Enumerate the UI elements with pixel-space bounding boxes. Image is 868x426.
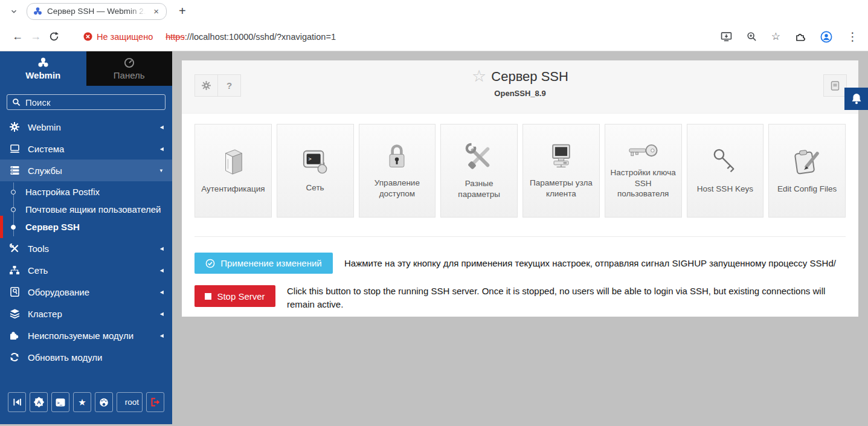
new-tab-button[interactable]: + bbox=[174, 4, 191, 18]
sidebar-search[interactable] bbox=[7, 94, 166, 110]
sidebar-subitem-mailboxes[interactable]: Почтовые ящики пользователей bbox=[0, 201, 172, 218]
profile-icon[interactable] bbox=[820, 31, 832, 43]
tile-user-ssh-key-setup[interactable]: Настройки ключа SSH пользователя bbox=[605, 124, 682, 218]
stop-square-icon bbox=[205, 293, 211, 300]
browser-chrome: Сервер SSH — Webmin 2.5 × + ← → Не защищ… bbox=[0, 0, 868, 51]
tools-icon bbox=[8, 244, 21, 253]
help-icon: ? bbox=[227, 80, 232, 91]
chevron-left-icon: ◀ bbox=[160, 246, 164, 251]
tile-misc-options[interactable]: Разные параметры bbox=[440, 124, 518, 218]
gauge-icon bbox=[124, 57, 135, 68]
tab-search-chevron-icon[interactable] bbox=[6, 4, 22, 19]
sidebar-item-label: Оборудование bbox=[28, 287, 89, 297]
terminal-button[interactable]: >_ bbox=[51, 392, 69, 412]
theme-options-button[interactable]: A bbox=[30, 392, 48, 412]
servers-submenu: Настройка Postfix Почтовые ящики пользов… bbox=[0, 181, 172, 237]
chevron-left-icon: ◀ bbox=[160, 146, 164, 152]
logout-button[interactable] bbox=[146, 392, 164, 412]
sidebar-item-cluster[interactable]: Кластер ◀ bbox=[0, 303, 172, 324]
palette-icon bbox=[99, 398, 109, 407]
sidebar-item-unused-modules[interactable]: Неиспользуемые модули ◀ bbox=[0, 324, 172, 346]
sidebar-item-refresh-modules[interactable]: Обновить модули bbox=[0, 346, 172, 368]
forward-icon: → bbox=[27, 30, 45, 43]
theme-palette-button[interactable] bbox=[95, 392, 113, 412]
wrench-screwdriver-icon bbox=[465, 142, 493, 171]
tile-label: Host SSH Keys bbox=[697, 184, 753, 195]
sidebar-item-servers[interactable]: Службы ▼ bbox=[0, 160, 172, 181]
url-rest: ://localhost:10000/sshd/?xnavigation=1 bbox=[185, 32, 336, 42]
network-icon bbox=[8, 266, 21, 275]
module-docs-button[interactable] bbox=[823, 74, 847, 97]
sidebar-subitem-postfix[interactable]: Настройка Postfix bbox=[0, 183, 172, 201]
tile-networking[interactable]: > Сеть bbox=[277, 124, 354, 218]
search-icon bbox=[12, 98, 21, 106]
tab-title: Сервер SSH — Webmin 2.5 bbox=[47, 7, 146, 16]
tile-host-ssh-keys[interactable]: Host SSH Keys bbox=[687, 124, 764, 218]
user-button[interactable]: root bbox=[117, 392, 143, 412]
gear-icon bbox=[202, 81, 211, 90]
back-icon[interactable]: ← bbox=[8, 30, 27, 43]
panel-header: ? ☆ Сервер SSH OpenSSH_8.9 bbox=[182, 60, 858, 114]
module-panel: ? ☆ Сервер SSH OpenSSH_8.9 bbox=[182, 60, 858, 317]
browser-toolbar: ← → Не защищено https://localhost:10000/… bbox=[0, 22, 868, 51]
page-title: Сервер SSH bbox=[491, 69, 568, 85]
tile-edit-config-files[interactable]: Edit Config Files bbox=[768, 124, 846, 218]
tile-access-control[interactable]: Управление доступом bbox=[359, 124, 436, 218]
sidebar-tab-label: Панель bbox=[114, 70, 145, 80]
close-tab-icon[interactable]: × bbox=[151, 5, 161, 17]
tile-label: Сеть bbox=[306, 182, 324, 193]
clipboard-pencil-icon bbox=[792, 147, 821, 176]
sidebar-tab-webmin[interactable]: Webmin bbox=[0, 51, 86, 86]
bullet-icon bbox=[11, 207, 16, 212]
sidebar-item-label: Сеть bbox=[28, 265, 48, 276]
chevron-down-icon: ▼ bbox=[159, 168, 164, 173]
send-to-device-icon[interactable] bbox=[721, 31, 732, 42]
sidebar-tab-dashboard[interactable]: Панель bbox=[86, 51, 173, 86]
help-button[interactable]: ? bbox=[217, 74, 241, 97]
bookmark-star-icon[interactable]: ☆ bbox=[771, 30, 780, 43]
module-tiles: Аутентификация > Сеть Управление доступо… bbox=[182, 114, 858, 218]
star-icon: ★ bbox=[78, 397, 86, 408]
tile-label: Аутентификация bbox=[201, 184, 265, 195]
sidebar-item-hardware[interactable]: Оборудование ◀ bbox=[0, 281, 172, 303]
extensions-icon[interactable] bbox=[795, 31, 806, 42]
sidebar-item-system[interactable]: Система ◀ bbox=[0, 138, 172, 160]
key-icon bbox=[628, 142, 658, 160]
svg-text:>_: >_ bbox=[57, 400, 63, 405]
sidebar-subitem-ssh-server[interactable]: Сервер SSH bbox=[0, 218, 172, 236]
favorite-star-outline-icon[interactable]: ☆ bbox=[472, 68, 486, 85]
sidebar-item-tools[interactable]: Tools ◀ bbox=[0, 237, 172, 259]
address-bar[interactable]: Не защищено https://localhost:10000/sshd… bbox=[83, 32, 336, 42]
sidebar-item-label: Система bbox=[28, 144, 64, 154]
tile-client-host-options[interactable]: Параметры узла клиента bbox=[522, 124, 600, 218]
url-scheme: https bbox=[166, 32, 184, 42]
bullet-icon bbox=[11, 225, 16, 230]
hdd-icon bbox=[8, 287, 21, 297]
stop-server-button[interactable]: Stop Server bbox=[194, 285, 275, 307]
gear-icon bbox=[8, 122, 21, 132]
module-config-button[interactable] bbox=[194, 74, 218, 97]
sidebar-item-networking[interactable]: Сеть ◀ bbox=[0, 259, 172, 281]
search-input[interactable] bbox=[25, 97, 160, 108]
sidebar-item-label: Обновить модули bbox=[28, 352, 102, 363]
browser-menu-icon[interactable]: ⋮ bbox=[847, 30, 858, 44]
bullet-icon bbox=[11, 190, 16, 195]
favorites-button[interactable]: ★ bbox=[73, 392, 91, 412]
tile-authentication[interactable]: Аутентификация bbox=[194, 124, 272, 218]
padlock-icon bbox=[385, 143, 409, 170]
apply-button-label: Применение изменений bbox=[220, 258, 322, 268]
collapse-sidebar-button[interactable] bbox=[8, 392, 26, 412]
sidebar-item-webmin[interactable]: Webmin ◀ bbox=[0, 116, 172, 138]
chevron-left-icon: ◀ bbox=[160, 333, 164, 338]
apply-changes-button[interactable]: Применение изменений bbox=[194, 253, 333, 274]
computer-icon bbox=[548, 143, 574, 170]
reload-icon[interactable] bbox=[45, 31, 63, 42]
not-secure-label[interactable]: Не защищено bbox=[97, 32, 153, 42]
zoom-icon[interactable] bbox=[747, 31, 757, 42]
sidebar-nav: Webmin ◀ Система ◀ Службы ▼ Н bbox=[0, 116, 172, 368]
terminal-icon: >_ bbox=[56, 398, 65, 407]
notifications-bell-tab[interactable] bbox=[844, 88, 868, 110]
url-text[interactable]: https://localhost:10000/sshd/?xnavigatio… bbox=[166, 32, 336, 42]
tile-label: Управление доступом bbox=[364, 178, 431, 199]
browser-tab[interactable]: Сервер SSH — Webmin 2.5 × bbox=[27, 3, 167, 20]
